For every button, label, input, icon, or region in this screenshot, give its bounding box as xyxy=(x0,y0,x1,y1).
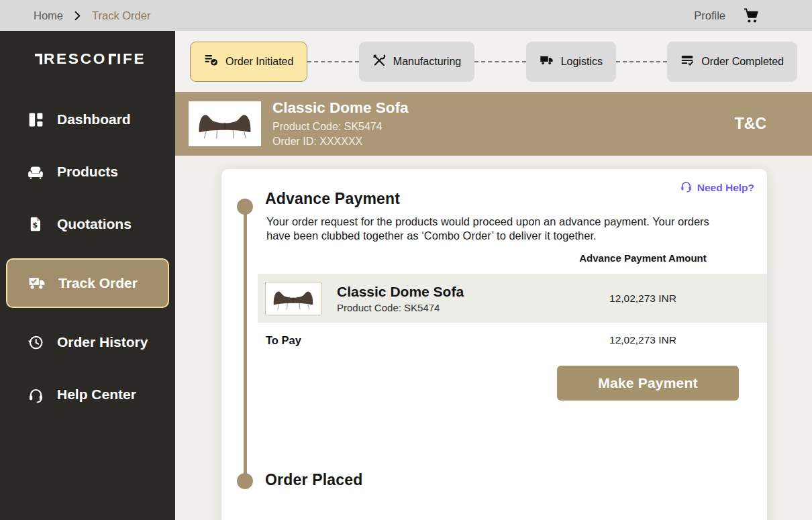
need-help-link[interactable]: Need Help? xyxy=(680,180,754,195)
payment-card: Need Help? Advance Payment Your order re… xyxy=(221,169,767,520)
product-thumbnail xyxy=(265,282,321,315)
row-product-title: Classic Dome Sofa xyxy=(337,284,464,300)
sidebar-item-products[interactable]: Products xyxy=(0,154,175,190)
sidebar-item-label: Track Order xyxy=(58,275,138,291)
sidebar-item-dashboard[interactable]: Dashboard xyxy=(0,101,175,138)
section-title-advance-payment: Advance Payment xyxy=(265,190,400,208)
sidebar-item-quotations[interactable]: $ Quotations xyxy=(0,206,175,242)
truck-check-icon xyxy=(28,274,46,292)
product-payment-row: Classic Dome Sofa Product Code: SK5474 1… xyxy=(258,274,767,323)
logo: RESCOIFE xyxy=(35,48,175,66)
timeline-dot-order-placed xyxy=(237,473,253,489)
document-dollar-icon: $ xyxy=(27,216,44,232)
crossed-tools-icon xyxy=(372,54,386,70)
headset-icon xyxy=(680,180,693,195)
list-check-icon xyxy=(204,53,218,70)
svg-text:$: $ xyxy=(33,221,38,229)
sofa-icon xyxy=(27,163,44,180)
stepper-connector xyxy=(616,61,667,62)
shopping-cart-icon[interactable] xyxy=(743,7,760,24)
timeline-line xyxy=(244,207,247,481)
main-content: Need Help? Advance Payment Your order re… xyxy=(175,156,812,520)
sidebar-item-order-history[interactable]: Order History xyxy=(0,324,175,360)
sidebar-item-label: Order History xyxy=(57,334,148,350)
logo-text-ife: IFE xyxy=(117,52,146,66)
row-product-code: Product Code: SK5474 xyxy=(337,302,464,313)
step-manufacturing[interactable]: Manufacturing xyxy=(359,42,474,82)
step-order-initiated[interactable]: Order Initiated xyxy=(190,42,307,82)
order-progress-stepper: Order Initiated Manufacturing xyxy=(175,31,812,92)
step-logistics[interactable]: Logistics xyxy=(526,42,616,82)
logo-letter-t xyxy=(35,54,42,64)
logo-text-resco: RESCO xyxy=(44,52,107,66)
breadcrumb-home-link[interactable]: Home xyxy=(34,9,63,22)
step-label: Logistics xyxy=(561,56,603,68)
step-label: Manufacturing xyxy=(393,56,461,68)
step-order-completed[interactable]: Order Completed xyxy=(667,42,797,82)
advance-payment-description: Your order request for the products woul… xyxy=(266,215,725,244)
step-label: Order Completed xyxy=(701,56,784,68)
history-icon xyxy=(27,334,44,351)
make-payment-button[interactable]: Make Payment xyxy=(557,366,739,401)
terms-and-conditions-link[interactable]: T&C xyxy=(735,115,766,133)
sidebar-item-label: Quotations xyxy=(57,216,132,232)
to-pay-amount: 12,02,273 INR xyxy=(519,334,767,346)
breadcrumb-current: Track Order xyxy=(92,9,150,22)
sidebar: RESCOIFE Dashboard xyxy=(0,31,175,520)
sidebar-item-label: Dashboard xyxy=(57,111,131,127)
profile-link[interactable]: Profile xyxy=(694,9,725,22)
product-banner: Classic Dome Sofa Product Code: SK5474 O… xyxy=(175,92,812,156)
product-thumbnail xyxy=(189,101,261,146)
banner-product-code: Product Code: SK5474 xyxy=(272,119,409,134)
banner-order-id: Order ID: XXXXXX xyxy=(272,134,409,149)
sidebar-nav: Dashboard Products $ xyxy=(0,101,175,413)
banner-product-title: Classic Dome Sofa xyxy=(272,99,409,117)
section-title-order-placed: Order Placed xyxy=(265,471,363,489)
row-advance-amount: 12,02,273 INR xyxy=(519,293,767,305)
logo-letter-l xyxy=(109,54,116,64)
chevron-right-icon xyxy=(72,10,83,21)
dashboard-icon xyxy=(27,111,44,128)
sidebar-item-track-order[interactable]: Track Order xyxy=(6,258,169,308)
sidebar-item-label: Help Center xyxy=(57,386,136,403)
truck-icon xyxy=(540,53,554,70)
stepper-connector xyxy=(307,61,358,62)
sidebar-item-help-center[interactable]: Help Center xyxy=(0,376,175,413)
track-order-page: Home Track Order Profile RESCOIFE xyxy=(0,0,812,520)
stepper-connector xyxy=(474,61,525,62)
sidebar-item-label: Products xyxy=(57,164,118,180)
amount-column-header: Advance Payment Amount xyxy=(519,252,767,264)
headset-icon xyxy=(27,386,44,403)
clipboard-check-icon xyxy=(680,54,694,70)
topbar: Home Track Order Profile xyxy=(0,0,812,31)
need-help-label: Need Help? xyxy=(697,182,754,194)
step-label: Order Initiated xyxy=(225,56,293,68)
to-pay-label: To Pay xyxy=(266,334,301,347)
